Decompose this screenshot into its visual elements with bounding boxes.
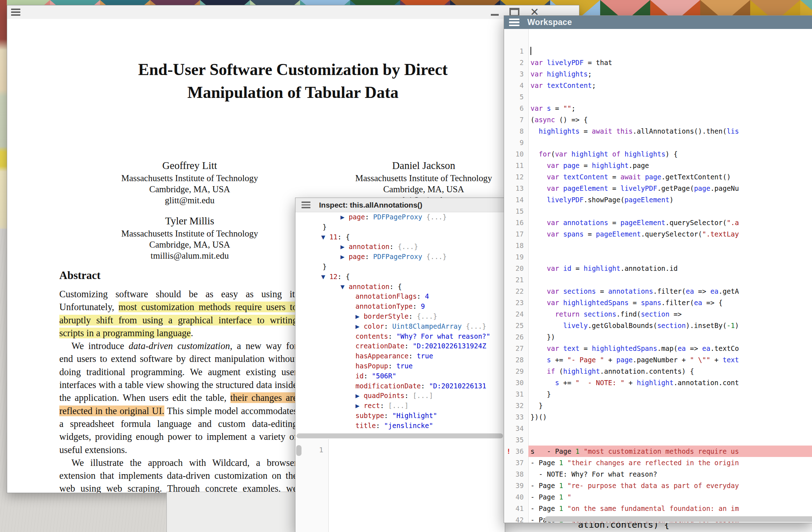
code-line[interactable]: var text = highlightedSpans.map(ea => ea…: [530, 343, 812, 354]
code-line[interactable]: var page = highlight.page: [530, 160, 812, 171]
horizontal-scrollbar-thumb[interactable]: [545, 516, 812, 522]
tree-row[interactable]: ▶ rect: [...]: [295, 401, 505, 411]
line-number: 31: [504, 388, 528, 400]
code-line[interactable]: [530, 274, 812, 285]
tree-row[interactable]: subtype: "Highlight": [295, 411, 505, 421]
code-token: highlight: [584, 264, 621, 272]
minimize-button[interactable]: [491, 14, 499, 16]
pdf-window-titlebar[interactable]: ✕: [7, 5, 579, 19]
code-token: [530, 219, 547, 227]
menu-icon[interactable]: [11, 9, 20, 16]
code-line[interactable]: var livelyPDF = that: [530, 57, 812, 68]
tree-row[interactable]: ▶ color: Uint8ClampedArray {...}: [295, 322, 505, 332]
inspect-window-titlebar[interactable]: Inspect: this.allAnnotations(): [295, 198, 505, 212]
code-token: highlights: [539, 127, 579, 135]
code-line[interactable]: var highlightedSpans = spans.filter(ea =…: [530, 297, 812, 308]
object-tree[interactable]: ▶ page: PDFPageProxy {...}}▼ 11: {▶ anno…: [295, 212, 505, 433]
code-line[interactable]: var textContent;: [530, 80, 812, 91]
tree-row[interactable]: modificationDate: "D:20210226131: [295, 381, 505, 391]
tree-row[interactable]: }: [295, 262, 505, 272]
code-token: : {: [389, 283, 402, 290]
tree-row[interactable]: ▶ borderStyle: {...}: [295, 312, 505, 322]
code-line[interactable]: var s = "";: [530, 103, 812, 114]
code-token: var: [547, 230, 559, 238]
code-line[interactable]: [530, 91, 812, 103]
code-token: var: [547, 184, 559, 192]
code-line[interactable]: var annotations = pageElement.querySelec…: [530, 217, 812, 228]
code-line[interactable]: s += "- Page " + page.pageNumber + " \""…: [530, 354, 812, 366]
code-line[interactable]: var highlights;: [530, 68, 812, 80]
tree-row[interactable]: ▶ annotation: {...}: [295, 242, 505, 252]
tree-row[interactable]: creationDate: "D:20210226131924Z: [295, 341, 505, 351]
code-line-error[interactable]: s - Page 1 "most customization methods r…: [528, 446, 812, 457]
code-line[interactable]: livelyPDF.showPage(pageElement): [530, 194, 812, 205]
code-line[interactable]: var id = highlight.annotation.id: [530, 263, 812, 274]
code-token: 12: [329, 273, 338, 280]
code-token: [621, 150, 624, 158]
code-line[interactable]: if (highlight.annotation.contents) {: [530, 366, 812, 377]
tree-row[interactable]: title: "jenslincke": [295, 421, 505, 431]
tree-row[interactable]: ▼ 11: {: [295, 232, 505, 242]
code-line[interactable]: for(var highlight of highlights) {: [530, 148, 812, 160]
code-line[interactable]: [530, 251, 812, 263]
code-token: s: [547, 356, 551, 364]
code-line[interactable]: }): [530, 331, 812, 343]
code-token: "Highlight": [392, 412, 437, 419]
line-number: 21: [504, 274, 528, 285]
code-line[interactable]: - Page 1 ": [530, 491, 812, 503]
code-line[interactable]: highlights = await this.allAnnotations()…: [530, 125, 812, 137]
code-line[interactable]: }: [530, 388, 812, 400]
horizontal-scrollbar[interactable]: [297, 433, 503, 438]
code-line[interactable]: return sections.find(section =>: [530, 308, 812, 320]
code-line[interactable]: s += " - NOTE: " + highlight.annotation.…: [530, 377, 812, 388]
tree-row[interactable]: contents: "Why? For what reason?": [295, 332, 505, 342]
workspace-window-titlebar[interactable]: Workspace: [504, 16, 812, 29]
code-editor[interactable]: 1234567891011121314151617181920212223242…: [504, 29, 812, 523]
tree-row[interactable]: id: "506R": [295, 371, 505, 381]
inspect-window[interactable]: Inspect: this.allAnnotations() ▶ page: P…: [295, 198, 505, 532]
code-line[interactable]: [530, 423, 812, 434]
author-block: Geoffrey Litt Massachusetts Institute of…: [72, 160, 308, 206]
tree-row[interactable]: annotationType: 9: [295, 302, 505, 312]
inspect-code-pane[interactable]: 1: [295, 439, 505, 532]
code-token: .getPage(: [657, 184, 694, 192]
scrollbar-thumb[interactable]: [296, 445, 302, 456]
code-line[interactable]: lively.getGlobalBounds(section).insetBy(…: [530, 320, 812, 331]
tree-row[interactable]: ▶ page: PDFPageProxy {...}: [295, 212, 505, 222]
code-token: ▶: [355, 402, 364, 409]
line-number: 32: [504, 400, 528, 411]
code-line[interactable]: var textContent = await page.getTextCont…: [530, 171, 812, 183]
tree-row[interactable]: hasAppearance: true: [295, 351, 505, 361]
code-line[interactable]: [530, 205, 812, 217]
code-line[interactable]: (async () => {: [530, 114, 812, 125]
tree-row[interactable]: }: [295, 222, 505, 232]
code-line[interactable]: var sections = annotations.filter(ea => …: [530, 285, 812, 297]
code-token: highlightedSpans: [592, 344, 657, 352]
code-line[interactable]: [530, 434, 812, 446]
code-line[interactable]: var spans = pageElement.querySelector(".…: [530, 228, 812, 240]
tree-row[interactable]: ▼ annotation: {: [295, 282, 505, 292]
code-line[interactable]: - NOTE: Why? For what reason?: [530, 468, 812, 480]
menu-icon[interactable]: [509, 19, 519, 26]
code-token: [530, 322, 563, 329]
workspace-window-title: Workspace: [527, 18, 572, 27]
workspace-window[interactable]: Workspace 123456789101112131415161718192…: [504, 15, 812, 523]
code-line[interactable]: var pageElement = livelyPDF.getPage(page…: [530, 183, 812, 194]
code-line[interactable]: [530, 240, 812, 251]
code-line[interactable]: [530, 45, 812, 57]
tree-row[interactable]: annotationFlags: 4: [295, 292, 505, 302]
tree-row[interactable]: ▶ quadPoints: [...]: [295, 391, 505, 401]
code-line[interactable]: }: [530, 400, 812, 411]
code-line[interactable]: - Page 1 "re- purpose that data as part …: [530, 480, 812, 491]
tree-row[interactable]: ▼ 12: {: [295, 272, 505, 282]
line-number: 9: [504, 137, 528, 148]
code-line[interactable]: - Page 1 "on the same fundamental founda…: [530, 503, 812, 514]
tree-row[interactable]: hasPopup: true: [295, 361, 505, 371]
menu-icon[interactable]: [302, 202, 310, 208]
code-line[interactable]: - Page 1 "their changes are reflected in…: [530, 457, 812, 468]
code-line[interactable]: })(): [530, 411, 812, 423]
code-line[interactable]: [530, 137, 812, 148]
code-token: [559, 184, 563, 192]
tree-row[interactable]: ▶ page: PDFPageProxy {...}: [295, 252, 505, 262]
code-token: true: [417, 352, 433, 360]
